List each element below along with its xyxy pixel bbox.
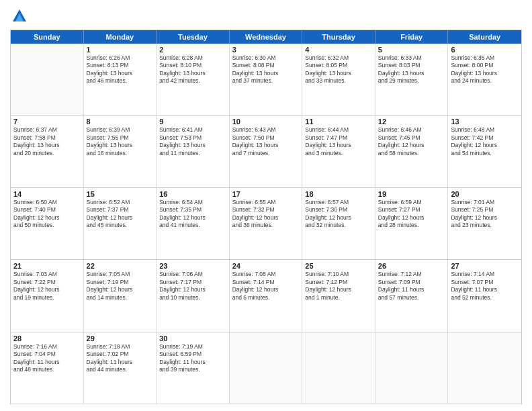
day-info: Sunrise: 6:33 AM Sunset: 8:03 PM Dayligh… bbox=[378, 54, 445, 85]
day-info: Sunrise: 7:06 AM Sunset: 7:17 PM Dayligh… bbox=[159, 271, 226, 302]
calendar-cell: 4Sunrise: 6:32 AM Sunset: 8:05 PM Daylig… bbox=[302, 44, 375, 115]
day-number: 15 bbox=[87, 190, 154, 198]
calendar-cell: 25Sunrise: 7:10 AM Sunset: 7:12 PM Dayli… bbox=[302, 260, 375, 331]
day-number: 27 bbox=[451, 262, 519, 270]
calendar-cell bbox=[302, 332, 375, 404]
calendar-cell: 11Sunrise: 6:44 AM Sunset: 7:47 PM Dayli… bbox=[302, 116, 375, 187]
calendar-row-3: 21Sunrise: 7:03 AM Sunset: 7:22 PM Dayli… bbox=[11, 259, 521, 331]
calendar-cell: 22Sunrise: 7:05 AM Sunset: 7:19 PM Dayli… bbox=[84, 260, 157, 331]
day-number: 25 bbox=[305, 262, 372, 270]
day-number: 20 bbox=[451, 190, 519, 198]
day-info: Sunrise: 6:30 AM Sunset: 8:08 PM Dayligh… bbox=[232, 54, 300, 85]
calendar-cell: 15Sunrise: 6:52 AM Sunset: 7:37 PM Dayli… bbox=[84, 188, 157, 259]
day-info: Sunrise: 7:10 AM Sunset: 7:12 PM Dayligh… bbox=[305, 271, 372, 302]
day-number: 3 bbox=[232, 46, 300, 54]
calendar-cell: 6Sunrise: 6:35 AM Sunset: 8:00 PM Daylig… bbox=[448, 44, 521, 115]
day-info: Sunrise: 7:05 AM Sunset: 7:19 PM Dayligh… bbox=[87, 271, 154, 302]
day-info: Sunrise: 7:14 AM Sunset: 7:07 PM Dayligh… bbox=[451, 271, 519, 302]
day-info: Sunrise: 6:41 AM Sunset: 7:53 PM Dayligh… bbox=[159, 126, 226, 157]
day-number: 19 bbox=[378, 190, 445, 198]
day-number: 21 bbox=[13, 262, 81, 270]
logo-icon bbox=[10, 7, 29, 26]
day-number: 11 bbox=[305, 118, 372, 126]
calendar-cell: 21Sunrise: 7:03 AM Sunset: 7:22 PM Dayli… bbox=[11, 260, 84, 331]
day-info: Sunrise: 6:57 AM Sunset: 7:30 PM Dayligh… bbox=[305, 199, 372, 230]
day-number: 26 bbox=[378, 262, 445, 270]
day-info: Sunrise: 7:08 AM Sunset: 7:14 PM Dayligh… bbox=[232, 271, 300, 302]
calendar-header: SundayMondayTuesdayWednesdayThursdayFrid… bbox=[11, 30, 521, 44]
page: SundayMondayTuesdayWednesdayThursdayFrid… bbox=[0, 0, 532, 411]
header-day-wednesday: Wednesday bbox=[230, 30, 303, 44]
day-number: 10 bbox=[232, 118, 300, 126]
day-info: Sunrise: 6:26 AM Sunset: 8:13 PM Dayligh… bbox=[87, 54, 154, 85]
header-day-friday: Friday bbox=[375, 30, 449, 44]
calendar-cell: 30Sunrise: 7:19 AM Sunset: 6:59 PM Dayli… bbox=[157, 332, 230, 404]
day-info: Sunrise: 6:43 AM Sunset: 7:50 PM Dayligh… bbox=[232, 126, 300, 157]
calendar-cell: 20Sunrise: 7:01 AM Sunset: 7:25 PM Dayli… bbox=[448, 188, 521, 259]
day-info: Sunrise: 6:46 AM Sunset: 7:45 PM Dayligh… bbox=[378, 126, 445, 157]
calendar-cell bbox=[448, 332, 521, 404]
header-day-thursday: Thursday bbox=[302, 30, 375, 44]
day-number: 14 bbox=[13, 190, 81, 198]
calendar-cell bbox=[230, 332, 303, 404]
calendar-cell: 7Sunrise: 6:37 AM Sunset: 7:58 PM Daylig… bbox=[11, 116, 84, 187]
calendar-cell bbox=[375, 332, 449, 404]
calendar-body: 1Sunrise: 6:26 AM Sunset: 8:13 PM Daylig… bbox=[11, 44, 521, 404]
calendar-cell: 10Sunrise: 6:43 AM Sunset: 7:50 PM Dayli… bbox=[230, 116, 303, 187]
day-number: 1 bbox=[87, 46, 154, 54]
day-number: 28 bbox=[13, 334, 81, 342]
header-day-saturday: Saturday bbox=[448, 30, 521, 44]
day-info: Sunrise: 6:44 AM Sunset: 7:47 PM Dayligh… bbox=[305, 126, 372, 157]
day-info: Sunrise: 6:35 AM Sunset: 8:00 PM Dayligh… bbox=[451, 54, 519, 85]
calendar-cell: 5Sunrise: 6:33 AM Sunset: 8:03 PM Daylig… bbox=[375, 44, 449, 115]
calendar-cell: 2Sunrise: 6:28 AM Sunset: 8:10 PM Daylig… bbox=[157, 44, 230, 115]
day-info: Sunrise: 7:12 AM Sunset: 7:09 PM Dayligh… bbox=[378, 271, 445, 302]
header bbox=[10, 7, 522, 26]
day-number: 5 bbox=[378, 46, 445, 54]
day-info: Sunrise: 7:16 AM Sunset: 7:04 PM Dayligh… bbox=[13, 343, 81, 374]
day-info: Sunrise: 7:01 AM Sunset: 7:25 PM Dayligh… bbox=[451, 199, 519, 230]
day-info: Sunrise: 7:19 AM Sunset: 6:59 PM Dayligh… bbox=[159, 343, 226, 374]
calendar-cell: 1Sunrise: 6:26 AM Sunset: 8:13 PM Daylig… bbox=[84, 44, 157, 115]
day-number: 18 bbox=[305, 190, 372, 198]
day-number: 17 bbox=[232, 190, 300, 198]
calendar: SundayMondayTuesdayWednesdayThursdayFrid… bbox=[10, 30, 522, 404]
day-info: Sunrise: 6:28 AM Sunset: 8:10 PM Dayligh… bbox=[159, 54, 226, 85]
calendar-cell: 8Sunrise: 6:39 AM Sunset: 7:55 PM Daylig… bbox=[84, 116, 157, 187]
day-info: Sunrise: 6:48 AM Sunset: 7:42 PM Dayligh… bbox=[451, 126, 519, 157]
calendar-cell: 3Sunrise: 6:30 AM Sunset: 8:08 PM Daylig… bbox=[230, 44, 303, 115]
day-number: 7 bbox=[13, 118, 81, 126]
calendar-row-2: 14Sunrise: 6:50 AM Sunset: 7:40 PM Dayli… bbox=[11, 187, 521, 259]
calendar-cell: 17Sunrise: 6:55 AM Sunset: 7:32 PM Dayli… bbox=[230, 188, 303, 259]
day-info: Sunrise: 6:32 AM Sunset: 8:05 PM Dayligh… bbox=[305, 54, 372, 85]
day-number: 23 bbox=[159, 262, 226, 270]
day-number: 16 bbox=[159, 190, 226, 198]
day-number: 29 bbox=[87, 334, 154, 342]
day-number: 30 bbox=[159, 334, 226, 342]
calendar-cell: 12Sunrise: 6:46 AM Sunset: 7:45 PM Dayli… bbox=[375, 116, 449, 187]
day-info: Sunrise: 7:03 AM Sunset: 7:22 PM Dayligh… bbox=[13, 271, 81, 302]
day-number: 12 bbox=[378, 118, 445, 126]
day-number: 13 bbox=[451, 118, 519, 126]
calendar-row-1: 7Sunrise: 6:37 AM Sunset: 7:58 PM Daylig… bbox=[11, 115, 521, 187]
calendar-cell: 26Sunrise: 7:12 AM Sunset: 7:09 PM Dayli… bbox=[375, 260, 449, 331]
day-info: Sunrise: 6:37 AM Sunset: 7:58 PM Dayligh… bbox=[13, 126, 81, 157]
calendar-cell: 13Sunrise: 6:48 AM Sunset: 7:42 PM Dayli… bbox=[448, 116, 521, 187]
day-number: 24 bbox=[232, 262, 300, 270]
calendar-row-4: 28Sunrise: 7:16 AM Sunset: 7:04 PM Dayli… bbox=[11, 332, 521, 404]
calendar-cell: 9Sunrise: 6:41 AM Sunset: 7:53 PM Daylig… bbox=[157, 116, 230, 187]
calendar-cell: 19Sunrise: 6:59 AM Sunset: 7:27 PM Dayli… bbox=[375, 188, 449, 259]
day-number: 2 bbox=[159, 46, 226, 54]
day-info: Sunrise: 6:39 AM Sunset: 7:55 PM Dayligh… bbox=[87, 126, 154, 157]
logo bbox=[10, 7, 32, 26]
day-info: Sunrise: 6:54 AM Sunset: 7:35 PM Dayligh… bbox=[159, 199, 226, 230]
day-number: 22 bbox=[87, 262, 154, 270]
day-info: Sunrise: 6:55 AM Sunset: 7:32 PM Dayligh… bbox=[232, 199, 300, 230]
header-day-tuesday: Tuesday bbox=[157, 30, 230, 44]
day-info: Sunrise: 6:59 AM Sunset: 7:27 PM Dayligh… bbox=[378, 199, 445, 230]
header-day-sunday: Sunday bbox=[11, 30, 84, 44]
calendar-cell: 23Sunrise: 7:06 AM Sunset: 7:17 PM Dayli… bbox=[157, 260, 230, 331]
day-number: 6 bbox=[451, 46, 519, 54]
calendar-cell: 29Sunrise: 7:18 AM Sunset: 7:02 PM Dayli… bbox=[84, 332, 157, 404]
calendar-cell: 24Sunrise: 7:08 AM Sunset: 7:14 PM Dayli… bbox=[230, 260, 303, 331]
